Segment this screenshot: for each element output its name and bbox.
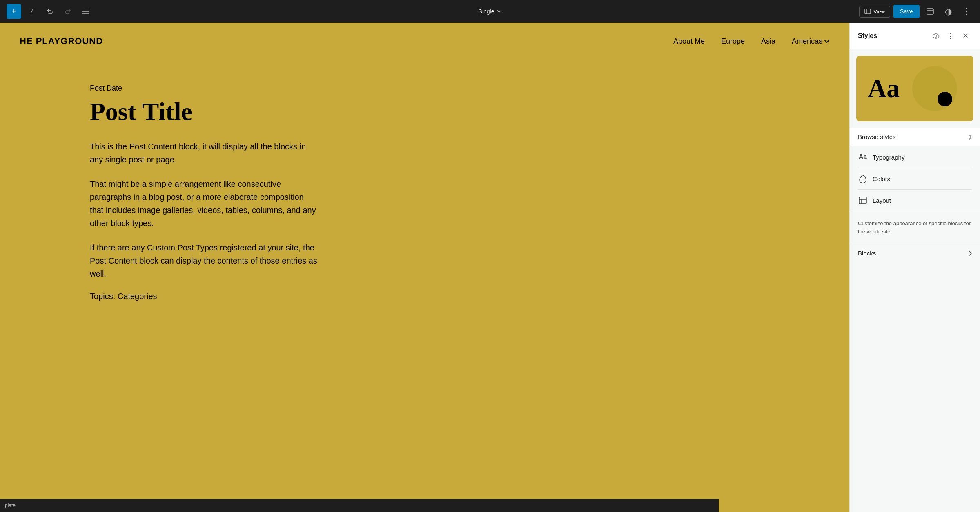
undo-icon (46, 8, 53, 15)
customize-description: Customize the appearance of specific blo… (850, 211, 980, 244)
post-paragraph-2: That might be a simple arrangement like … (90, 177, 318, 230)
redo-button[interactable] (60, 4, 75, 19)
redo-icon (64, 8, 71, 15)
svg-rect-5 (859, 197, 866, 204)
colors-icon (858, 174, 868, 184)
nav-item-americas[interactable]: Americas (792, 37, 830, 46)
browse-chevron-icon (969, 134, 972, 140)
post-body: This is the Post Content block, it will … (90, 140, 318, 280)
svg-point-4 (935, 35, 937, 37)
site-logo: HE PLAYGROUND (20, 36, 103, 47)
typography-menu-item[interactable]: Aa Typography (858, 146, 972, 168)
hamburger-button[interactable] (78, 4, 93, 19)
mode-selector[interactable]: Single (479, 8, 502, 15)
view-icon (864, 9, 871, 14)
layout-icon (927, 8, 934, 15)
colors-label: Colors (873, 175, 972, 182)
layout-icon (858, 195, 868, 205)
nav-item-about-me[interactable]: About Me (673, 37, 705, 46)
style-options-section: Aa Typography Colors (850, 146, 980, 211)
post-topics: Topics: Categories (90, 292, 318, 301)
view-button[interactable]: View (859, 6, 890, 18)
blocks-label: Blocks (858, 250, 876, 257)
style-preview: Aa (856, 56, 973, 121)
blocks-row[interactable]: Blocks (850, 244, 980, 262)
topics-value: Categories (118, 292, 157, 301)
typography-icon: Aa (858, 152, 868, 162)
browse-styles-label: Browse styles (858, 133, 896, 140)
typography-label: Typography (873, 154, 972, 161)
toolbar-right-actions: View Save ◑ ⋮ (859, 4, 973, 19)
layout-label: Layout (873, 197, 972, 204)
tools-button[interactable]: / (24, 4, 39, 19)
panel-eye-button[interactable] (929, 29, 942, 42)
panel-title: Styles (858, 32, 877, 40)
hamburger-icon (82, 9, 89, 14)
toolbar: + / Single View Save (0, 0, 980, 23)
main-area: HE PLAYGROUND About Me Europe Asia Ameri… (0, 23, 980, 512)
preview-aa-text: Aa (868, 73, 900, 104)
panel-header: Styles ⋮ ✕ (850, 23, 980, 49)
more-options-button[interactable]: ⋮ (959, 4, 973, 19)
panel-header-actions: ⋮ ✕ (929, 29, 972, 42)
svg-rect-0 (865, 9, 871, 14)
panel-more-button[interactable]: ⋮ (944, 29, 957, 42)
topics-label: Topics: (90, 292, 115, 301)
add-block-button[interactable]: + (7, 4, 21, 19)
site-navigation: About Me Europe Asia Americas (673, 37, 830, 46)
americas-chevron-icon (824, 40, 830, 43)
post-date: Post Date (90, 84, 318, 93)
chevron-down-icon (497, 10, 501, 13)
customize-text-content: Customize the appearance of specific blo… (858, 220, 971, 235)
nav-americas-label: Americas (792, 37, 822, 46)
bottom-status-bar: plate (0, 499, 719, 512)
site-header: HE PLAYGROUND About Me Europe Asia Ameri… (0, 23, 849, 60)
post-area: Post Date Post Title This is the Post Co… (0, 60, 408, 326)
preview-circle (912, 66, 957, 111)
blocks-chevron-icon (969, 250, 972, 256)
post-title: Post Title (90, 98, 318, 125)
colors-menu-item[interactable]: Colors (858, 168, 972, 190)
eye-icon (932, 33, 940, 39)
preview-dot (938, 92, 952, 106)
layout-menu-item[interactable]: Layout (858, 190, 972, 211)
nav-item-asia[interactable]: Asia (761, 37, 775, 46)
save-button[interactable]: Save (893, 5, 920, 18)
bottom-template-label: plate (5, 503, 16, 508)
styles-panel: Styles ⋮ ✕ Aa Browse styles (849, 23, 980, 512)
view-label: View (873, 9, 885, 15)
nav-item-europe[interactable]: Europe (721, 37, 745, 46)
post-paragraph-3: If there are any Custom Post Types regis… (90, 241, 318, 280)
canvas: HE PLAYGROUND About Me Europe Asia Ameri… (0, 23, 849, 512)
undo-button[interactable] (42, 4, 57, 19)
browse-styles-row[interactable]: Browse styles (850, 128, 980, 146)
post-paragraph-1: This is the Post Content block, it will … (90, 140, 318, 166)
panel-close-button[interactable]: ✕ (959, 29, 972, 42)
layout-toggle-button[interactable] (923, 4, 938, 19)
half-circle-button[interactable]: ◑ (941, 4, 956, 19)
svg-rect-2 (927, 9, 933, 14)
mode-label: Single (479, 8, 494, 15)
